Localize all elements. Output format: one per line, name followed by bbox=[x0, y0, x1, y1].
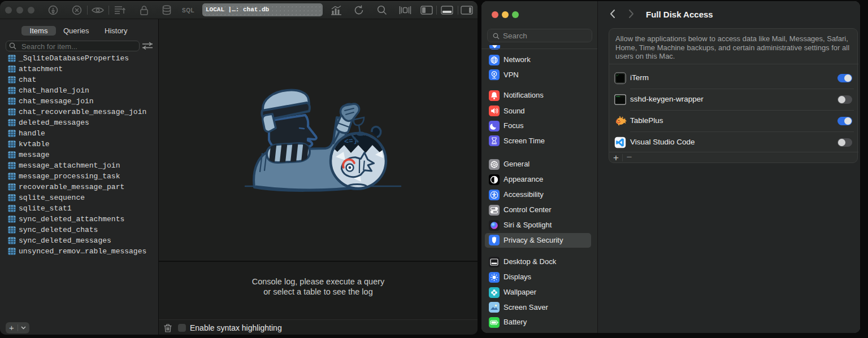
svg-text:1*: 1* bbox=[617, 74, 619, 76]
svg-text:exec: exec bbox=[616, 95, 620, 98]
